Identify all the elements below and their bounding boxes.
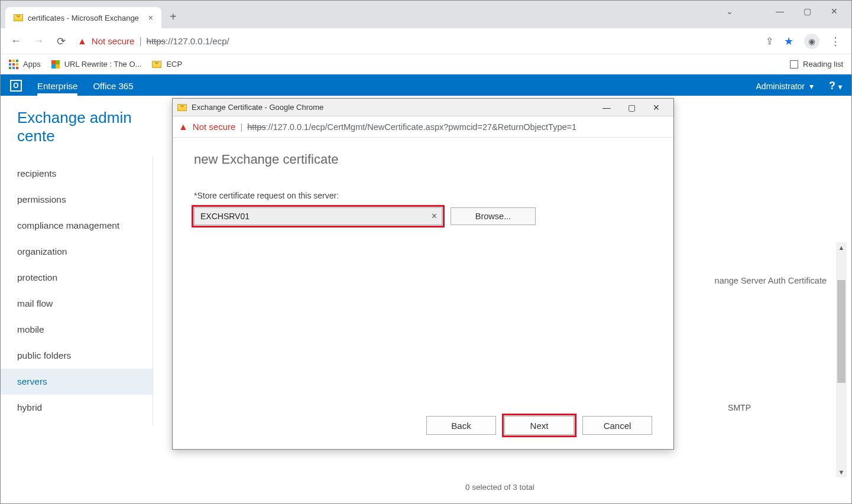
not-secure-label: Not secure xyxy=(92,36,135,46)
popup-not-secure: Not secure xyxy=(193,122,236,132)
new-tab-button[interactable]: + xyxy=(161,10,185,24)
share-icon[interactable]: ⇪ xyxy=(766,35,773,47)
scrollbar[interactable]: ▲ ▼ xyxy=(836,242,847,477)
reading-list-button[interactable]: Reading list xyxy=(790,60,843,69)
next-button[interactable]: Next xyxy=(504,416,574,435)
server-picker-row: EXCHSRV01 × Browse... xyxy=(194,207,652,225)
apps-label: Apps xyxy=(23,60,41,69)
popup-heading: new Exchange certificate xyxy=(194,152,652,167)
maximize-icon[interactable]: ▢ xyxy=(793,2,821,20)
address-bar-row: ← → ⟳ ▲ Not secure | https://127.0.0.1/e… xyxy=(1,28,851,54)
microsoft-icon xyxy=(51,60,60,69)
bookmark-label: ECP xyxy=(166,60,182,69)
field-label: *Store certificate request on this serve… xyxy=(194,191,652,200)
sidebar-item-hybrid[interactable]: hybrid xyxy=(1,395,153,421)
sidebar-item-mail-flow[interactable]: mail flow xyxy=(1,291,153,317)
scroll-thumb[interactable] xyxy=(837,280,845,383)
apps-grid-icon xyxy=(9,60,18,69)
cancel-button[interactable]: Cancel xyxy=(582,416,652,435)
warning-icon: ▲ xyxy=(179,122,188,132)
tab-favicon-icon xyxy=(14,14,23,21)
popup-maximize-icon[interactable]: ▢ xyxy=(619,99,644,116)
left-column: Exchange admin cente recipientspermissio… xyxy=(1,96,153,501)
tab-title: certificates - Microsoft Exchange xyxy=(28,14,139,22)
sidebar-item-organization[interactable]: organization xyxy=(1,239,153,265)
clear-icon[interactable]: × xyxy=(432,211,437,222)
popup-buttons: Back Next Cancel xyxy=(426,416,652,435)
sidebar-item-protection[interactable]: protection xyxy=(1,265,153,291)
back-button[interactable]: ← xyxy=(8,33,24,50)
kebab-menu-icon[interactable]: ⋮ xyxy=(830,35,841,48)
popup-titlebar: Exchange Certificate - Google Chrome — ▢… xyxy=(173,99,673,116)
sidebar-item-recipients[interactable]: recipients xyxy=(1,161,153,187)
sidebar: recipientspermissionscompliance manageme… xyxy=(1,156,153,425)
popup-window: Exchange Certificate - Google Chrome — ▢… xyxy=(172,98,674,450)
status-bar: 0 selected of 3 total xyxy=(172,476,828,499)
url-text: https://127.0.0.1/ecp/ xyxy=(147,36,229,46)
popup-url: https://127.0.0.1/ecp/CertMgmt/NewCertif… xyxy=(247,122,576,132)
popup-address-bar: ▲ Not secure | https://127.0.0.1/ecp/Cer… xyxy=(173,116,673,138)
popup-favicon-icon xyxy=(177,104,187,111)
browser-tab[interactable]: certificates - Microsoft Exchange × xyxy=(5,7,161,28)
close-window-icon[interactable]: ✕ xyxy=(821,2,848,20)
address-bar[interactable]: ▲ Not secure | https://127.0.0.1/ecp/ xyxy=(75,36,232,47)
office-logo-icon: O xyxy=(10,80,22,92)
popup-close-icon[interactable]: ✕ xyxy=(644,99,669,116)
back-button[interactable]: Back xyxy=(426,416,496,435)
bookmarks-bar: Apps URL Rewrite : The O... ECP Reading … xyxy=(1,54,851,74)
apps-bookmark[interactable]: Apps xyxy=(9,60,41,69)
server-value: EXCHSRV01 xyxy=(200,212,250,221)
close-tab-icon[interactable]: × xyxy=(148,13,153,22)
minimize-icon[interactable]: — xyxy=(766,2,793,20)
browser-tab-bar: certificates - Microsoft Exchange × + ⌄ … xyxy=(1,1,851,28)
popup-title-text: Exchange Certificate - Google Chrome xyxy=(192,103,323,112)
forward-button[interactable]: → xyxy=(30,33,47,50)
browse-button[interactable]: Browse... xyxy=(451,207,536,225)
bookmark-ecp[interactable]: ECP xyxy=(152,60,182,69)
help-icon[interactable]: ? ▾ xyxy=(829,80,842,96)
warning-icon: ▲ xyxy=(77,36,87,47)
scroll-up-icon[interactable]: ▲ xyxy=(836,242,847,253)
app-header: O Enterprise Office 365 Administrator ▾ … xyxy=(1,74,851,96)
popup-body: new Exchange certificate *Store certific… xyxy=(173,138,673,449)
popup-minimize-icon[interactable]: — xyxy=(594,99,619,116)
list-icon xyxy=(790,60,798,69)
bookmark-url-rewrite[interactable]: URL Rewrite : The O... xyxy=(51,60,142,69)
reload-button[interactable]: ⟳ xyxy=(53,33,69,50)
tab-overflow-icon[interactable]: ⌄ xyxy=(726,6,733,16)
smtp-label: SMTP xyxy=(728,403,751,412)
reading-list-label: Reading list xyxy=(803,60,843,69)
sidebar-item-permissions[interactable]: permissions xyxy=(1,187,153,213)
user-name: Administrator xyxy=(756,82,805,91)
bookmark-star-icon[interactable]: ★ xyxy=(784,35,793,48)
window-controls: — ▢ ✕ xyxy=(766,2,848,20)
user-menu[interactable]: Administrator ▾ xyxy=(756,82,814,96)
sidebar-item-public-folders[interactable]: public folders xyxy=(1,343,153,369)
toolbar-right: ⇪ ★ ◉ ⋮ xyxy=(766,34,844,49)
sidebar-item-mobile[interactable]: mobile xyxy=(1,317,153,343)
nav-enterprise[interactable]: Enterprise xyxy=(37,81,77,96)
scroll-down-icon[interactable]: ▼ xyxy=(836,467,847,477)
profile-avatar-icon[interactable]: ◉ xyxy=(804,34,819,49)
address-divider: | xyxy=(139,36,141,47)
nav-office365[interactable]: Office 365 xyxy=(93,81,133,96)
sidebar-item-servers[interactable]: servers xyxy=(1,369,153,395)
page-title: Exchange admin cente xyxy=(1,96,153,156)
sidebar-item-compliance-management[interactable]: compliance management xyxy=(1,213,153,239)
envelope-icon xyxy=(152,61,161,68)
bookmark-label: URL Rewrite : The O... xyxy=(64,60,142,69)
server-picker[interactable]: EXCHSRV01 × xyxy=(194,207,442,225)
detail-partial-text: nange Server Auth Certificate xyxy=(715,276,827,285)
